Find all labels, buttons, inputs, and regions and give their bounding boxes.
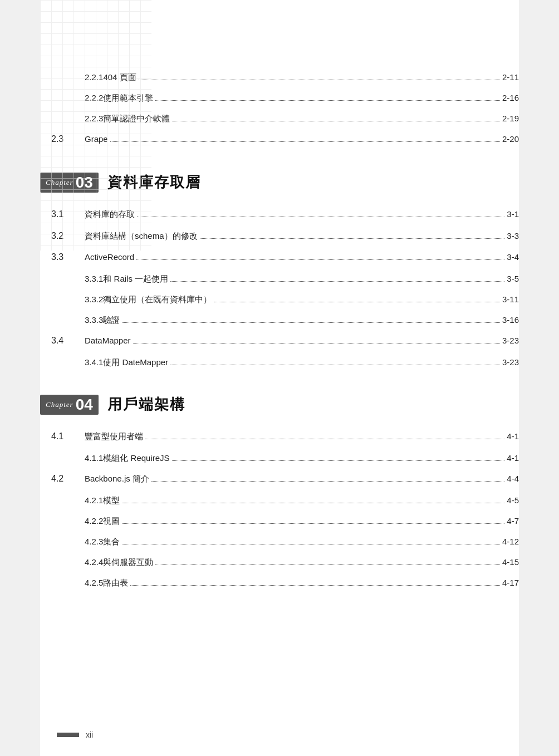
toc-number: 3.4 <box>40 333 85 349</box>
chapter04-header: Chapter 04 用戶端架構 <box>40 395 519 415</box>
toc-page: 2-11 <box>502 70 519 85</box>
toc-title-text: 集合 <box>103 534 120 549</box>
toc-number: 3.4.1 <box>40 355 103 370</box>
toc-page: 4-4 <box>507 471 519 486</box>
toc-title: 與伺服器互動 4-15 <box>103 554 519 570</box>
toc-dots <box>172 121 500 121</box>
toc-page: 2-20 <box>502 131 519 146</box>
toc-title: 獨立使用（在既有資料庫中） 3-11 <box>103 292 519 307</box>
toc-page: 4-7 <box>507 513 519 528</box>
toc-title: 404 頁面 2-11 <box>103 70 519 85</box>
toc-dots <box>151 481 504 482</box>
toc-number: 3.3.2 <box>40 292 103 307</box>
toc-page: 3-23 <box>502 355 519 370</box>
toc-entry-41: 4.1 豐富型使用者端 4-1 <box>40 426 519 448</box>
toc-entry-424: 4.2.4 與伺服器互動 4-15 <box>40 552 519 572</box>
toc-entry-425: 4.2.5 路由表 4-17 <box>40 572 519 593</box>
toc-title: 和 Rails 一起使用 3-5 <box>103 271 519 286</box>
chapter04-entries: 4.1 豐富型使用者端 4-1 4.1.1 模組化 RequireJS 4-1 … <box>40 426 519 593</box>
chapter04-badge-italic: Chapter <box>46 400 73 409</box>
toc-title-text: 驗證 <box>103 312 120 327</box>
toc-title: 路由表 4-17 <box>103 575 519 590</box>
toc-number: 4.1 <box>40 429 85 445</box>
toc-title-text: 豐富型使用者端 <box>85 429 143 444</box>
toc-dots <box>170 281 504 282</box>
toc-entry-422: 4.2.2 視圖 4-7 <box>40 510 519 531</box>
toc-dots <box>200 238 505 239</box>
toc-entry-34: 3.4 DataMapper 3-23 <box>40 330 519 352</box>
toc-title-text: Backbone.js 簡介 <box>85 471 149 486</box>
toc-number: 4.2.3 <box>40 534 103 549</box>
toc-title: Backbone.js 簡介 4-4 <box>85 471 519 486</box>
toc-page: 3-16 <box>502 312 519 327</box>
toc-title-text: 獨立使用（在既有資料庫中） <box>103 292 212 307</box>
toc-dots <box>122 544 500 544</box>
toc-entry-42: 4.2 Backbone.js 簡介 4-4 <box>40 468 519 490</box>
toc-entry-411: 4.1.1 模組化 RequireJS 4-1 <box>40 448 519 468</box>
grid-decoration <box>40 0 151 251</box>
toc-title: 集合 4-12 <box>103 534 519 549</box>
toc-number: 3.3.1 <box>40 271 103 286</box>
toc-dots <box>214 302 500 302</box>
toc-title-text: DataMapper <box>85 333 131 348</box>
toc-title-text: 視圖 <box>103 513 120 528</box>
chapter04-badge-number: 04 <box>76 397 93 413</box>
chapter04-badge: Chapter 04 <box>40 395 99 415</box>
toc-title-text: 模組化 RequireJS <box>103 450 169 465</box>
toc-dots <box>155 564 500 565</box>
toc-page: 4-12 <box>502 534 519 549</box>
toc-dots <box>145 439 504 439</box>
toc-dots <box>137 217 504 217</box>
chapter04-title: 用戶端架構 <box>107 395 185 414</box>
toc-title: ActiveRecord 3-4 <box>85 249 519 264</box>
toc-entry-331: 3.3.1 和 Rails 一起使用 3-5 <box>40 268 519 289</box>
toc-page: 2-16 <box>502 90 519 105</box>
toc-number: 4.1.1 <box>40 450 103 465</box>
toc-title-text: 路由表 <box>103 575 128 590</box>
toc-page: 4-5 <box>507 493 519 508</box>
toc-title: 豐富型使用者端 4-1 <box>85 429 519 444</box>
toc-dots <box>122 523 504 524</box>
toc-title: 簡單認證中介軟體 2-19 <box>103 111 519 126</box>
toc-title: 使用 DateMapper 3-23 <box>103 355 519 370</box>
toc-dots <box>122 322 500 323</box>
toc-entry-421: 4.2.1 模型 4-5 <box>40 490 519 510</box>
footer-bar <box>57 733 79 737</box>
toc-page: 2-19 <box>502 111 519 126</box>
toc-title-text: 模型 <box>103 493 120 508</box>
toc-dots <box>170 365 500 365</box>
toc-page: 4-15 <box>502 554 519 570</box>
toc-entry-423: 4.2.3 集合 4-12 <box>40 531 519 552</box>
toc-title: DataMapper 3-23 <box>85 333 519 348</box>
toc-dots <box>130 585 500 586</box>
toc-title: 模組化 RequireJS 4-1 <box>103 450 519 465</box>
toc-number: 4.2.4 <box>40 554 103 570</box>
toc-number: 4.2.5 <box>40 575 103 590</box>
toc-title-text: 和 Rails 一起使用 <box>103 271 168 286</box>
footer-page-number: xii <box>86 730 93 739</box>
toc-page: 3-11 <box>502 292 519 307</box>
toc-page: 3-5 <box>507 271 519 286</box>
toc-page: 3-4 <box>507 249 519 264</box>
page-content: 2.2.1 404 頁面 2-11 2.2.2 使用範本引擎 2-16 2.2.… <box>40 0 519 756</box>
toc-number: 3.3 <box>40 249 85 266</box>
toc-title-text: ActiveRecord <box>85 249 134 264</box>
toc-page: 4-1 <box>507 450 519 465</box>
toc-page: 3-23 <box>502 333 519 348</box>
toc-page: 4-1 <box>507 429 519 444</box>
toc-number: 4.2.2 <box>40 513 103 528</box>
toc-number: 3.3.3 <box>40 312 103 327</box>
toc-dots <box>133 343 500 343</box>
toc-title-text: 與伺服器互動 <box>103 554 153 570</box>
toc-dots <box>139 80 500 80</box>
toc-dots <box>172 460 505 461</box>
toc-number: 4.2.1 <box>40 493 103 508</box>
toc-dots <box>155 100 500 101</box>
toc-dots <box>136 259 504 260</box>
page-footer: xii <box>40 730 519 739</box>
toc-entry-341: 3.4.1 使用 DateMapper 3-23 <box>40 352 519 372</box>
toc-page: 4-17 <box>502 575 519 590</box>
toc-page: 3-1 <box>507 207 519 222</box>
toc-title: 使用範本引擎 2-16 <box>103 90 519 105</box>
toc-entry-332: 3.3.2 獨立使用（在既有資料庫中） 3-11 <box>40 289 519 310</box>
